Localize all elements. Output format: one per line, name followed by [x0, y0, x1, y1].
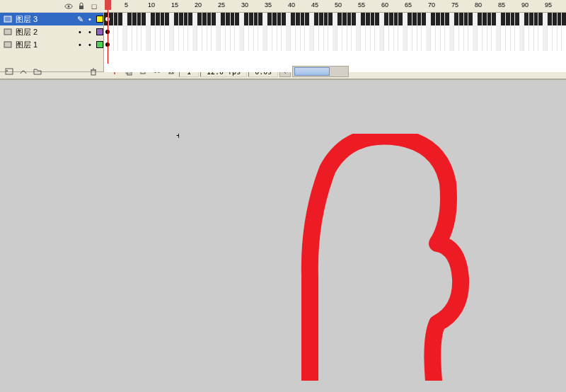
layer-name-label: 图层 3 — [16, 14, 74, 25]
layer-icon — [3, 14, 13, 24]
ruler-tick: 30 — [241, 1, 248, 8]
add-guide-layer-button[interactable] — [17, 65, 30, 78]
layer-lock-indicator[interactable]: • — [86, 28, 93, 36]
eye-icon[interactable] — [64, 2, 73, 11]
ruler-tick: 55 — [358, 1, 365, 8]
scrollbar-thumb[interactable] — [294, 67, 330, 76]
layer-edit-indicator[interactable]: • — [76, 28, 83, 36]
layers-header: □ — [0, 0, 104, 13]
layer-row[interactable]: 图层 3 ✎ • — [0, 13, 104, 25]
layer-icon — [3, 27, 13, 37]
ruler-tick: 80 — [475, 1, 482, 8]
layer-color-swatch[interactable] — [96, 28, 103, 35]
svg-rect-3 — [4, 16, 11, 22]
layer-row[interactable]: 图层 2 • • — [0, 25, 104, 38]
ruler-tick: 15 — [171, 1, 178, 8]
ruler-tick: 75 — [451, 1, 458, 8]
svg-rect-8 — [91, 70, 96, 75]
stage-canvas[interactable] — [179, 134, 517, 381]
ruler-tick: 70 — [428, 1, 435, 8]
layer-row[interactable]: 图层 1 • • — [0, 38, 104, 51]
ruler-tick: 90 — [521, 1, 529, 8]
svg-rect-5 — [4, 42, 11, 47]
svg-point-7 — [6, 70, 8, 71]
ruler-tick: 95 — [545, 1, 552, 8]
outline-icon[interactable]: □ — [90, 2, 98, 11]
timeline-scrollbar[interactable] — [292, 66, 349, 77]
ruler-tick: 35 — [265, 1, 272, 8]
layer-color-swatch[interactable] — [96, 41, 103, 48]
ruler-tick: 85 — [498, 1, 505, 8]
layer-tools — [0, 65, 104, 78]
playhead[interactable] — [108, 0, 108, 64]
layer-name-label: 图层 2 — [16, 27, 74, 38]
ruler-tick: 50 — [335, 1, 342, 8]
layer-name-label: 图层 1 — [16, 40, 74, 50]
frames-track[interactable] — [104, 25, 566, 38]
layer-edit-indicator[interactable]: ✎ — [76, 15, 83, 24]
svg-rect-4 — [4, 29, 11, 35]
brush-stroke-shape[interactable] — [179, 134, 517, 381]
stage-area[interactable]: + — [0, 80, 566, 381]
layer-edit-indicator[interactable]: • — [76, 40, 83, 49]
ruler-tick: 25 — [218, 1, 225, 8]
frames-track[interactable] — [104, 13, 566, 25]
svg-point-1 — [68, 5, 70, 7]
ruler-tick: 20 — [195, 1, 202, 8]
layer-color-swatch[interactable] — [96, 16, 103, 23]
ruler-tick: 45 — [311, 1, 318, 8]
layer-icon — [3, 40, 13, 50]
ruler-tick: 5 — [125, 1, 128, 8]
ruler-tick: 65 — [405, 1, 412, 8]
ruler-tick: 10 — [148, 1, 155, 8]
layer-lock-indicator[interactable]: • — [86, 15, 93, 23]
ruler-tick: 60 — [381, 1, 388, 8]
svg-rect-6 — [6, 69, 13, 74]
layer-lock-indicator[interactable]: • — [86, 40, 93, 49]
ruler-tick: 40 — [288, 1, 295, 8]
delete-layer-button[interactable] — [87, 65, 100, 78]
timeline-ruler[interactable]: 15101520253035404550556065707580859095 — [104, 0, 566, 13]
add-layer-button[interactable] — [3, 65, 16, 78]
lock-icon[interactable] — [77, 2, 86, 11]
svg-rect-2 — [79, 6, 83, 9]
add-folder-button[interactable] — [31, 65, 44, 78]
frames-track[interactable] — [104, 38, 566, 51]
